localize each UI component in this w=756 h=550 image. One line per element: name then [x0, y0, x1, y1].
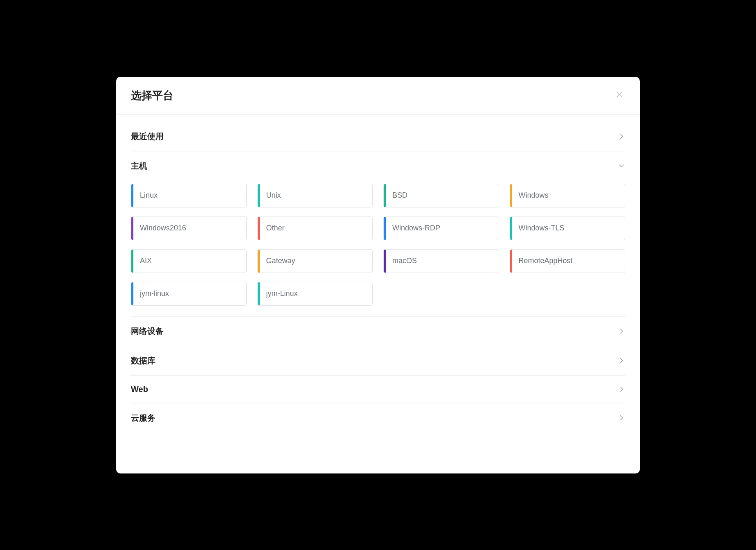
tile-label: Linux [133, 184, 246, 207]
chevron-right-icon [618, 385, 625, 393]
platform-tile-macos[interactable]: macOS [383, 249, 499, 273]
platform-tile-windows-tls[interactable]: Windows-TLS [510, 216, 626, 240]
platform-tile-bsd[interactable]: BSD [383, 184, 499, 207]
tile-label: Windows2016 [133, 217, 246, 240]
section-database-title: 数据库 [131, 355, 155, 366]
section-host-title: 主机 [131, 160, 147, 171]
tile-label: Windows [512, 184, 625, 207]
platform-tile-windows2016[interactable]: Windows2016 [131, 216, 247, 240]
section-cloud-title: 云服务 [131, 412, 155, 424]
platform-tile-remoteapphost[interactable]: RemoteAppHost [510, 249, 626, 273]
platform-tile-unix[interactable]: Unix [257, 184, 373, 207]
chevron-right-icon [618, 414, 625, 422]
platform-tile-gateway[interactable]: Gateway [257, 249, 373, 273]
platform-select-dialog: 选择平台 最近使用 主机 [116, 77, 640, 473]
close-button[interactable] [614, 90, 625, 101]
section-recent-header[interactable]: 最近使用 [131, 122, 625, 151]
section-recent-title: 最近使用 [131, 131, 164, 142]
tile-label: Other [260, 217, 373, 240]
section-web: Web [131, 376, 625, 403]
host-tiles: Linux Unix BSD Windows Windows2016 Other… [131, 180, 625, 316]
chevron-right-icon [618, 133, 625, 140]
platform-tile-jym-linux-1[interactable]: jym-linux [131, 282, 247, 306]
tile-label: macOS [386, 250, 499, 273]
chevron-down-icon [618, 162, 625, 169]
tile-label: Windows-RDP [386, 217, 499, 240]
section-web-title: Web [131, 385, 148, 394]
tile-label: BSD [386, 184, 499, 207]
section-cloud: 云服务 [131, 403, 625, 433]
platform-tile-jym-linux-2[interactable]: jym-Linux [257, 282, 373, 306]
chevron-right-icon [618, 357, 625, 364]
section-network-title: 网络设备 [131, 326, 164, 337]
close-icon [615, 90, 624, 101]
dialog-title: 选择平台 [131, 88, 173, 103]
section-host: 主机 Linux Unix BSD Windows Windows2016 Ot… [131, 151, 625, 317]
platform-tile-windows[interactable]: Windows [510, 184, 626, 207]
section-network-header[interactable]: 网络设备 [131, 317, 625, 346]
dialog-footer [116, 449, 640, 473]
section-host-header[interactable]: 主机 [131, 151, 625, 180]
tile-label: jym-Linux [260, 282, 373, 305]
section-cloud-header[interactable]: 云服务 [131, 403, 625, 433]
tile-label: RemoteAppHost [512, 250, 625, 273]
tile-label: Unix [260, 184, 373, 207]
dialog-body: 最近使用 主机 Linux Unix BSD [116, 115, 640, 449]
section-web-header[interactable]: Web [131, 376, 625, 403]
tile-label: Gateway [260, 250, 373, 273]
tile-label: Windows-TLS [512, 217, 625, 240]
dialog-header: 选择平台 [116, 77, 640, 115]
chevron-right-icon [618, 327, 625, 335]
section-database: 数据库 [131, 346, 625, 376]
tile-label: AIX [133, 250, 246, 273]
section-network: 网络设备 [131, 317, 625, 346]
platform-tile-aix[interactable]: AIX [131, 249, 247, 273]
section-recent: 最近使用 [131, 122, 625, 151]
tile-label: jym-linux [133, 282, 246, 305]
section-database-header[interactable]: 数据库 [131, 346, 625, 375]
platform-tile-linux[interactable]: Linux [131, 184, 247, 207]
platform-tile-windows-rdp[interactable]: Windows-RDP [383, 216, 499, 240]
platform-tile-other[interactable]: Other [257, 216, 373, 240]
